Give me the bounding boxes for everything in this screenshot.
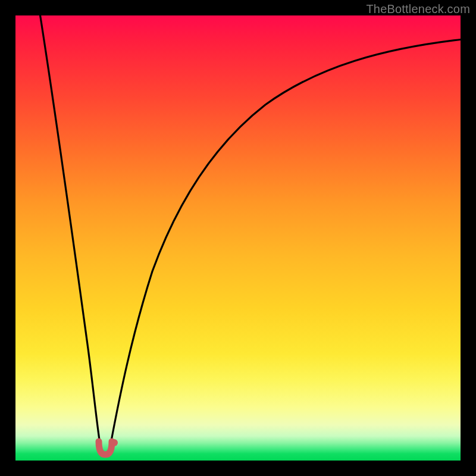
optimal-marker [99,441,112,455]
watermark-text: TheBottleneck.com [366,2,470,16]
curve-right-branch [111,39,463,444]
bottleneck-curve [15,15,461,461]
optimal-marker-dot [111,439,118,446]
curve-left-branch [39,10,100,444]
plot-area [15,15,461,461]
chart-frame: TheBottleneck.com [0,0,476,476]
